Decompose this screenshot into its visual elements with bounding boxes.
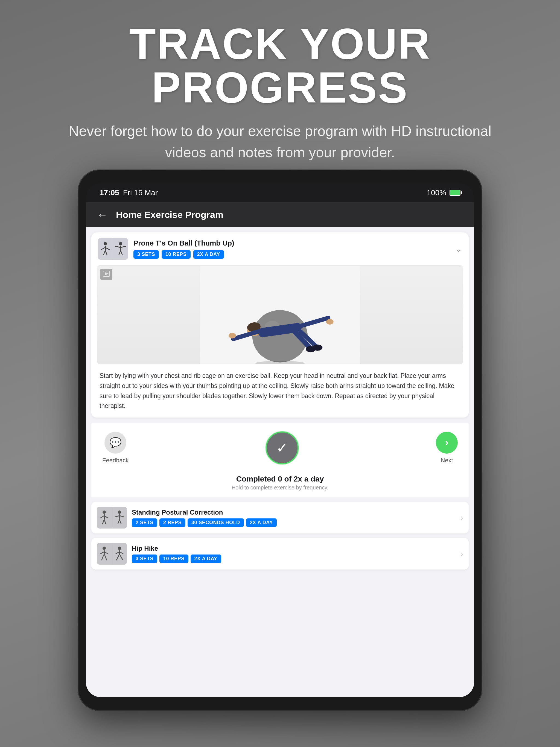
svg-line-46 [105, 555, 107, 560]
svg-point-29 [103, 511, 106, 514]
svg-line-11 [121, 251, 122, 255]
feedback-label: Feedback [102, 457, 129, 464]
exercise-pose-2-icon [115, 241, 126, 256]
standing-pose-1-icon [99, 510, 109, 525]
status-time: 17:05 [100, 188, 119, 197]
screen-content: Prone T's On Ball (Thumb Up) 3 SETS 10 R… [86, 227, 474, 697]
tag-sets: 3 SETS [133, 250, 159, 259]
list-tag-reps-1: 2 REPS [159, 518, 185, 527]
next-label: Next [440, 457, 453, 464]
standing-pose-2-icon [114, 510, 125, 525]
svg-line-10 [119, 251, 121, 255]
expand-button[interactable]: ⌄ [455, 244, 462, 254]
main-title: TRACK YOUR PROGRESS [27, 22, 533, 109]
next-button[interactable]: › Next [436, 432, 458, 464]
watermark-icon [103, 270, 110, 278]
svg-point-6 [119, 242, 122, 245]
svg-point-27 [312, 344, 322, 351]
svg-line-45 [102, 555, 104, 560]
feedback-circle: 💬 [104, 432, 126, 454]
tag-reps: 10 REPS [161, 250, 190, 259]
svg-line-2 [101, 248, 105, 250]
list-item-2-row: Hip Hike 3 SETS 10 REPS 2X A DAY › [91, 538, 469, 570]
svg-line-52 [120, 555, 123, 560]
exercise-card: Prone T's On Ball (Thumb Up) 3 SETS 10 R… [91, 232, 469, 417]
list-tags-2: 3 SETS 10 REPS 2X A DAY [132, 555, 456, 563]
list-chevron-2: › [460, 549, 463, 558]
complete-circle: ✓ [266, 432, 299, 464]
app-header: ← Home Exercise Program [86, 202, 474, 227]
svg-line-34 [104, 519, 106, 524]
tag-frequency: 2X A DAY [193, 250, 224, 259]
back-button[interactable]: ← [97, 209, 108, 221]
list-name-1: Standing Postural Correction [132, 509, 456, 516]
list-info-1: Standing Postural Correction 2 SETS 2 RE… [132, 509, 456, 527]
list-tags-1: 2 SETS 2 REPS 30 SECONDS HOLD 2X A DAY [132, 518, 456, 527]
exercise-pose-1-icon [100, 241, 111, 256]
completed-title: Completed 0 of 2x a day [97, 475, 463, 483]
completed-subtitle: Hold to complete exercise by frequency. [97, 485, 463, 491]
svg-marker-13 [105, 272, 108, 275]
exercise-name: Prone T's On Ball (Thumb Up) [133, 239, 450, 248]
svg-rect-30 [104, 514, 105, 519]
exercise-thumbnail [98, 238, 128, 260]
list-thumb-2a [97, 543, 112, 565]
app-header-title: Home Exercise Program [116, 209, 223, 220]
complete-button[interactable]: ✓ [266, 432, 299, 464]
status-right: 100% [427, 188, 460, 197]
checkmark-icon: ✓ [276, 440, 288, 456]
svg-line-39 [118, 519, 120, 524]
thumb-half-1 [98, 238, 113, 260]
svg-line-38 [120, 516, 124, 517]
exercise-info: Prone T's On Ball (Thumb Up) 3 SETS 10 R… [133, 239, 450, 259]
device-frame: 17:05 Fri 15 Mar 100% ← Home Exercise Pr… [78, 170, 482, 711]
thumb-half-2 [113, 238, 128, 260]
subtitle: Never forget how to do your exercise pro… [61, 120, 499, 163]
header-section: TRACK YOUR PROGRESS Never forget how to … [0, 22, 560, 163]
svg-point-22 [229, 333, 236, 338]
exercise-illustration [97, 265, 463, 364]
action-row: 💬 Feedback ✓ › [91, 423, 469, 472]
list-thumb-1 [97, 507, 127, 529]
list-item-2[interactable]: Hip Hike 3 SETS 10 REPS 2X A DAY › [91, 538, 469, 570]
list-item-1[interactable]: Standing Postural Correction 2 SETS 2 RE… [91, 502, 469, 534]
svg-line-33 [103, 519, 104, 524]
next-circle: › [436, 432, 458, 454]
list-thumb-1a [97, 507, 112, 529]
svg-rect-48 [119, 550, 120, 555]
list-info-2: Hip Hike 3 SETS 10 REPS 2X A DAY [132, 545, 456, 563]
feedback-icon: 💬 [109, 437, 122, 448]
instructions: Start by lying with your chest and rib c… [91, 364, 469, 417]
exercise-header[interactable]: Prone T's On Ball (Thumb Up) 3 SETS 10 R… [91, 232, 469, 265]
feedback-button[interactable]: 💬 Feedback [102, 432, 129, 464]
hip-hike-pose-2-icon [114, 546, 125, 561]
list-tag-sets-1: 2 SETS [132, 518, 157, 527]
list-tag-hold-1: 30 SECONDS HOLD [187, 518, 244, 527]
svg-line-8 [116, 247, 121, 248]
list-item-1-row: Standing Postural Correction 2 SETS 2 RE… [91, 502, 469, 534]
svg-point-35 [118, 511, 121, 514]
list-thumb-2b [112, 543, 127, 565]
list-tag-reps-2: 10 REPS [159, 555, 188, 563]
list-thumb-1b [112, 507, 127, 529]
svg-rect-42 [104, 550, 105, 555]
svg-line-3 [105, 248, 109, 250]
status-bar: 17:05 Fri 15 Mar 100% [86, 183, 474, 202]
video-watermark [100, 269, 112, 280]
exercise-tags: 3 SETS 10 REPS 2X A DAY [133, 250, 450, 259]
list-chevron-1: › [460, 513, 463, 522]
battery-icon [450, 190, 460, 196]
device-wrapper: 17:05 Fri 15 Mar 100% ← Home Exercise Pr… [78, 170, 482, 711]
svg-point-0 [104, 242, 107, 245]
video-area [97, 265, 463, 364]
svg-line-4 [104, 251, 105, 255]
svg-line-40 [120, 519, 121, 524]
svg-line-51 [117, 555, 119, 560]
svg-point-23 [326, 319, 334, 325]
list-name-2: Hip Hike [132, 545, 456, 552]
list-tag-freq-2: 2X A DAY [190, 555, 221, 563]
video-container[interactable] [97, 265, 463, 364]
list-tag-freq-1: 2X A DAY [246, 518, 277, 527]
svg-line-9 [121, 247, 126, 248]
svg-rect-36 [119, 514, 120, 519]
